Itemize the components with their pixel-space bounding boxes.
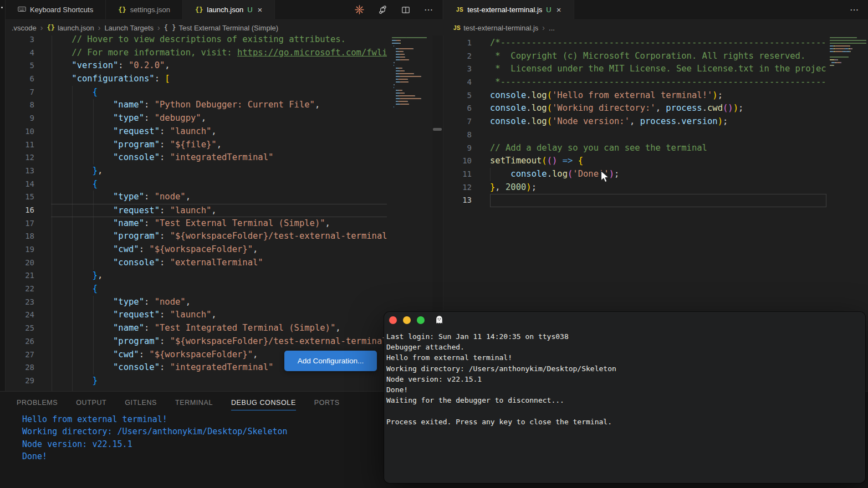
minimize-window-button[interactable]: [403, 316, 411, 324]
external-terminal-window[interactable]: Last login: Sun Jan 11 14:20:35 on ttys0…: [384, 312, 865, 483]
code-area[interactable]: // Hover to view descriptions of existin…: [44, 35, 387, 388]
minimap-line: [390, 40, 431, 41]
modified-indicator: U: [546, 6, 551, 14]
chevron-right-icon: ›: [98, 23, 101, 32]
code-line: [490, 194, 826, 207]
code-line: // Hover to view descriptions of existin…: [51, 35, 387, 47]
minimap-line: [390, 93, 431, 94]
line-number: 21: [6, 269, 34, 282]
breadcrumb-label: Test External Terminal (Simple): [178, 24, 278, 32]
editor-launch-json[interactable]: 3456789101112131415161718192021222324252…: [6, 35, 442, 391]
breadcrumb: .vscode›{}launch.json›Launch Targets›{ }…: [6, 20, 442, 35]
panel-tab-output[interactable]: OUTPUT: [76, 394, 106, 410]
code-line: }: [51, 374, 387, 388]
code-line: "program": "${file}",: [51, 138, 387, 152]
breadcrumb-label: .vscode: [12, 24, 37, 32]
sparkle-icon[interactable]: [355, 5, 364, 14]
line-number: 16: [6, 204, 34, 217]
breadcrumb-item-test-external-terminal-simple[interactable]: { }Test External Terminal (Simple): [164, 24, 278, 32]
panel-tab-ports[interactable]: PORTS: [314, 394, 340, 410]
code-line: "cwd": "${workspaceFolder}",: [51, 243, 387, 256]
code-line: "console": "integratedTerminal": [51, 151, 387, 165]
code-line: "type": "node",: [51, 296, 387, 309]
line-number: 9: [444, 142, 472, 155]
terminal-line: Last login: Sun Jan 11 14:20:35 on ttys0…: [386, 331, 616, 342]
tab-bar-left-group: Keyboard Shortcuts{}settings.json{}launc…: [6, 0, 442, 20]
line-number: 22: [6, 282, 34, 296]
line-number: 15: [6, 191, 34, 204]
js-icon: JS: [453, 25, 461, 31]
minimap-line: [390, 37, 431, 38]
braces-icon: {}: [195, 6, 203, 14]
close-icon[interactable]: ×: [258, 6, 263, 14]
code-area[interactable]: /*--------------------------------------…: [481, 37, 826, 207]
breadcrumb-item-test-external-terminal-js[interactable]: JStest-external-terminal.js: [453, 24, 538, 32]
editor-tabs-right: JStest-external-terminal.jsU×: [444, 0, 574, 19]
scrollbar-thumb[interactable]: [433, 128, 442, 131]
line-number: 18: [6, 230, 34, 243]
tab-launch-json[interactable]: {}launch.jsonU×: [183, 0, 275, 19]
line-number: 12: [444, 181, 472, 194]
code-line: setTimeout(() => {: [490, 155, 826, 168]
close-window-button[interactable]: [389, 316, 397, 324]
editor-actions-right: ⋯: [850, 0, 868, 19]
breadcrumb-item-[interactable]: ...: [549, 24, 555, 32]
more-actions-icon[interactable]: ⋯: [424, 4, 433, 15]
terminal-line: Node version: v22.15.1: [386, 374, 616, 384]
symbol-object-icon: { }: [164, 24, 176, 32]
js-icon: JS: [456, 7, 463, 13]
code-line: * Licensed under the MIT License. See Li…: [490, 63, 826, 76]
braces-icon: {}: [47, 24, 54, 32]
source-control-compare-icon[interactable]: [378, 5, 387, 14]
code-line: /*--------------------------------------…: [490, 37, 826, 50]
close-icon[interactable]: ×: [556, 6, 561, 14]
code-line: "type": "debugpy",: [51, 112, 387, 125]
code-line: "type": "node",: [51, 191, 387, 204]
add-configuration-button[interactable]: Add Configuration...: [284, 351, 377, 371]
terminal-line: [386, 405, 616, 416]
minimap-line: [390, 43, 431, 44]
terminal-line: Debugger attached.: [386, 342, 616, 352]
line-number: 29: [6, 374, 34, 388]
breadcrumb-item-vscode[interactable]: .vscode: [12, 24, 37, 32]
code-line: {: [51, 282, 387, 296]
panel-tab-debug-console[interactable]: DEBUG CONSOLE: [231, 394, 296, 410]
minimap-line: [390, 87, 431, 88]
minimap-line: [830, 43, 867, 44]
breadcrumb-item-launch-targets[interactable]: Launch Targets: [104, 24, 154, 32]
panel-tab-problems[interactable]: PROBLEMS: [17, 394, 58, 410]
code-line: // For more information, visit: https://…: [51, 47, 387, 60]
minimap-line: [390, 45, 431, 47]
breadcrumb-label: test-external-terminal.js: [463, 24, 538, 32]
minimap-line: [390, 104, 431, 105]
minimap-line: [390, 84, 431, 85]
line-number: 8: [6, 99, 34, 112]
line-number: 25: [6, 322, 34, 335]
tab-label: launch.json: [207, 6, 243, 14]
panel-tab-gitlens[interactable]: GITLENS: [125, 394, 157, 410]
sidebar-edge-dot: [1, 7, 3, 8]
line-number: 7: [444, 115, 472, 129]
tab-test-external-terminal-js[interactable]: JStest-external-terminal.jsU×: [444, 0, 574, 19]
panel-tab-terminal[interactable]: TERMINAL: [175, 394, 213, 410]
console-line: Hello from external terminal!: [22, 413, 288, 425]
minimap-line: [390, 62, 431, 63]
line-numbers: 12345678910111213: [444, 37, 472, 207]
minimap-line: [390, 95, 431, 96]
breadcrumb-right: JStest-external-terminal.js›...: [443, 20, 868, 35]
line-number: 12: [6, 151, 34, 165]
console-line: Node version: v22.15.1: [22, 438, 288, 450]
tab-settings-json[interactable]: {}settings.json: [106, 0, 183, 19]
minimap-line: [390, 48, 431, 49]
zoom-window-button[interactable]: [417, 316, 425, 324]
line-number: 28: [6, 361, 34, 374]
split-editor-icon[interactable]: [401, 6, 410, 14]
breadcrumb-label: launch.json: [58, 24, 94, 32]
sidebar-edge: [0, 0, 6, 391]
chevron-right-icon: ›: [40, 23, 43, 32]
minimap-line: [390, 56, 431, 58]
more-actions-icon[interactable]: ⋯: [850, 4, 859, 15]
breadcrumb-item-launch-json[interactable]: {}launch.json: [47, 24, 94, 32]
tab-keyboard-shortcuts[interactable]: Keyboard Shortcuts: [6, 0, 106, 19]
console-line: Working directory: /Users/anthonykim/Des…: [22, 425, 288, 438]
